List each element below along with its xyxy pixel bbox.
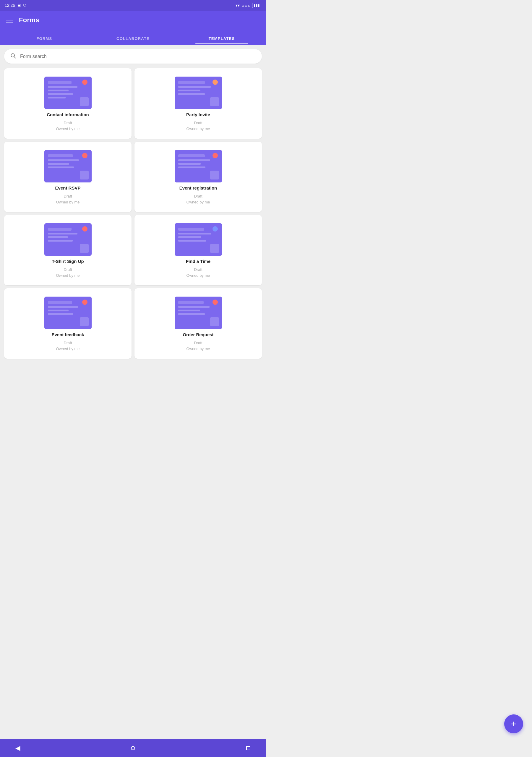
battery-icon: ▮▮▮ [252, 3, 261, 8]
card-title-feedback: Event feedback [51, 332, 84, 337]
tab-templates[interactable]: TEMPLATES [177, 32, 266, 45]
card-thumbnail-contact [44, 76, 92, 109]
templates-grid: Contact information DraftOwned by me Par… [0, 67, 266, 363]
card-party-invite[interactable]: Party Invite DraftOwned by me [134, 68, 262, 139]
status-bar-left: 12:26 ▣ ⬡ [5, 3, 26, 8]
card-title-tshirt: T-Shirt Sign Up [52, 259, 84, 264]
card-status-rsvp: DraftOwned by me [56, 194, 79, 205]
card-event-registration[interactable]: Event registration DraftOwned by me [134, 142, 262, 212]
tab-collaborate[interactable]: COLLABORATE [89, 32, 177, 45]
card-find-a-time[interactable]: Find a Time DraftOwned by me [134, 215, 262, 285]
tab-forms[interactable]: FORMS [0, 32, 89, 45]
svg-line-1 [14, 57, 16, 58]
signal-icon: ▲▲▲ [242, 4, 250, 7]
card-status-feedback: DraftOwned by me [56, 340, 79, 351]
sim-icon: ▣ [17, 3, 21, 7]
card-status-order: DraftOwned by me [186, 340, 210, 351]
search-bar [4, 49, 262, 64]
card-title-order: Order Request [183, 332, 213, 337]
card-title-findtime: Find a Time [186, 259, 210, 264]
card-thumbnail-order [175, 297, 222, 329]
card-status-registration: DraftOwned by me [186, 194, 210, 205]
app-title: Forms [19, 16, 39, 24]
status-bar-right: ▾▾ ▲▲▲ ▮▮▮ [236, 3, 261, 8]
card-title-registration: Event registration [179, 185, 217, 191]
app-bar: Forms [0, 11, 266, 30]
card-title-party: Party Invite [186, 112, 210, 117]
card-title-contact: Contact information [47, 112, 89, 117]
storage-icon: ⬡ [23, 3, 26, 7]
card-status-tshirt: DraftOwned by me [56, 267, 79, 278]
card-order-request[interactable]: Order Request DraftOwned by me [134, 288, 262, 359]
card-contact-information[interactable]: Contact information DraftOwned by me [4, 68, 132, 139]
card-thumbnail-registration [175, 150, 222, 182]
search-input[interactable] [20, 54, 256, 59]
wifi-icon: ▾▾ [236, 3, 240, 8]
tab-bar: FORMS COLLABORATE TEMPLATES [0, 30, 266, 45]
card-thumbnail-rsvp [44, 150, 92, 182]
card-status-contact: DraftOwned by me [56, 120, 79, 132]
time-display: 12:26 [5, 3, 15, 8]
card-thumbnail-tshirt [44, 223, 92, 256]
card-status-findtime: DraftOwned by me [186, 267, 210, 278]
card-thumbnail-party [175, 76, 222, 109]
card-event-rsvp[interactable]: Event RSVP DraftOwned by me [4, 142, 132, 212]
card-status-party: DraftOwned by me [186, 120, 210, 132]
card-event-feedback[interactable]: Event feedback DraftOwned by me [4, 288, 132, 359]
search-icon [10, 53, 16, 60]
card-thumbnail-feedback [44, 297, 92, 329]
card-thumbnail-findtime [175, 223, 222, 256]
status-bar: 12:26 ▣ ⬡ ▾▾ ▲▲▲ ▮▮▮ [0, 0, 266, 11]
card-tshirt-signup[interactable]: T-Shirt Sign Up DraftOwned by me [4, 215, 132, 285]
hamburger-menu-button[interactable] [6, 18, 13, 22]
card-title-rsvp: Event RSVP [55, 185, 81, 191]
